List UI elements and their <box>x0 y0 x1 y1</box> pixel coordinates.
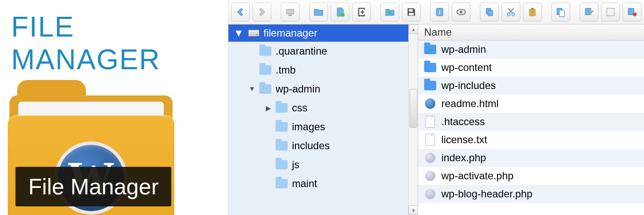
tree-node-label: .tmb <box>276 64 296 76</box>
file-name: wp-includes <box>441 80 496 92</box>
file-icon <box>424 134 436 146</box>
folder-icon <box>424 43 436 55</box>
svg-point-8 <box>460 11 463 14</box>
scroll-down-button[interactable]: ▼ <box>409 206 418 215</box>
tree-node-label: wp-admin <box>276 83 320 95</box>
paste-button[interactable] <box>523 3 542 22</box>
tree-node-label: css <box>292 102 307 114</box>
php-icon <box>424 170 436 182</box>
save-button[interactable] <box>402 3 421 22</box>
tree-node[interactable]: images <box>228 117 408 136</box>
tree-node[interactable]: includes <box>228 136 408 155</box>
svg-rect-13 <box>529 9 535 16</box>
file-row[interactable]: license.txt <box>418 131 644 149</box>
folder-icon <box>259 46 271 56</box>
tree-node-label: js <box>292 159 299 171</box>
trash-button[interactable] <box>623 3 641 22</box>
directory-tree: ▼ filemanager .quarantine.tmb▼wp-admin▶c… <box>228 25 409 215</box>
folder-icon <box>259 84 271 94</box>
scroll-up-button[interactable]: ▲ <box>409 25 418 34</box>
file-row[interactable]: readme.html <box>418 95 644 113</box>
svg-rect-0 <box>286 9 294 14</box>
svg-rect-10 <box>488 10 493 16</box>
upload-button[interactable] <box>352 3 371 22</box>
svg-rect-18 <box>607 8 614 15</box>
file-name: wp-content <box>441 61 492 74</box>
back-button[interactable] <box>231 3 250 22</box>
file-row[interactable]: wp-admin <box>418 40 644 58</box>
promo-banner: FILE MANAGER W File Manager <box>0 0 228 215</box>
folder-icon <box>259 65 271 75</box>
svg-text:i: i <box>439 9 440 15</box>
file-name: wp-admin <box>441 43 486 55</box>
tree-node-label: maint <box>292 178 317 190</box>
chevron-down-icon: ▼ <box>234 27 244 39</box>
toolbar: i <box>228 0 644 25</box>
tree-node-label: .quarantine <box>276 45 327 57</box>
cut-button[interactable] <box>501 3 520 22</box>
tree-node[interactable]: ▶css <box>228 98 408 117</box>
promo-headline: FILE MANAGER <box>0 0 228 76</box>
folder-icon <box>276 160 288 169</box>
svg-point-2 <box>341 13 345 17</box>
tree-node-label: images <box>292 121 325 133</box>
file-row[interactable]: wp-content <box>418 58 644 77</box>
file-row[interactable]: index.php <box>418 149 644 167</box>
select-all-button[interactable] <box>601 3 620 22</box>
file-name: .htaccess <box>441 116 485 128</box>
file-manager-app: i ▼ filemanager .quarantine.tmb▼wp-admin… <box>228 0 644 215</box>
download-button[interactable] <box>380 3 399 22</box>
svg-rect-3 <box>409 9 413 12</box>
folder-icon <box>276 179 288 188</box>
svg-point-20 <box>633 12 637 16</box>
folder-icon <box>424 80 436 92</box>
file-row[interactable]: wp-includes <box>418 77 644 95</box>
folder-icon <box>276 141 288 150</box>
folder-icon <box>276 122 288 132</box>
svg-rect-4 <box>409 13 414 15</box>
file-row[interactable]: .htaccess <box>418 113 644 131</box>
file-name: index.php <box>441 152 486 164</box>
tree-scrollbar[interactable]: ▲ ▼ <box>409 25 418 215</box>
tree-node-label: includes <box>292 140 330 152</box>
tree-node[interactable]: ▼wp-admin <box>228 80 408 98</box>
promo-overlay-title: File Manager <box>15 167 171 206</box>
rename-button[interactable] <box>580 3 598 22</box>
file-name: wp-blog-header.php <box>441 188 532 200</box>
svg-rect-1 <box>289 15 292 16</box>
file-icon <box>424 116 436 128</box>
php-icon <box>424 152 436 164</box>
tree-node[interactable]: .quarantine <box>228 42 408 61</box>
chevron-down-icon: ▼ <box>249 85 255 93</box>
copy-button[interactable] <box>480 3 499 22</box>
file-row[interactable]: wp-activate.php <box>418 167 644 185</box>
net-mount-button[interactable] <box>281 3 300 22</box>
duplicate-button[interactable] <box>551 3 570 22</box>
new-file-button[interactable] <box>331 3 349 22</box>
file-name: readme.html <box>441 98 498 110</box>
file-name: wp-activate.php <box>441 170 513 182</box>
tree-root-node[interactable]: ▼ filemanager <box>228 25 408 42</box>
tree-root-label: filemanager <box>264 27 317 39</box>
file-listing: Name wp-adminwp-contentwp-includesreadme… <box>418 25 644 215</box>
file-row[interactable]: wp-blog-header.php <box>418 185 644 203</box>
file-name: license.txt <box>441 134 487 146</box>
folder-icon <box>276 103 288 113</box>
php-icon <box>424 188 436 200</box>
globe-icon <box>424 98 436 110</box>
drive-icon <box>248 30 259 37</box>
tree-node[interactable]: maint <box>228 174 408 193</box>
scroll-thumb[interactable] <box>410 89 417 128</box>
svg-rect-14 <box>531 8 534 9</box>
chevron-right-icon: ▶ <box>265 104 271 112</box>
tree-node[interactable]: .tmb <box>228 61 408 80</box>
svg-rect-16 <box>559 10 565 17</box>
folder-icon <box>424 61 436 74</box>
preview-button[interactable] <box>452 3 471 22</box>
new-folder-button[interactable] <box>309 3 328 22</box>
column-header-name[interactable]: Name <box>418 25 644 40</box>
tree-node[interactable]: js <box>228 155 408 174</box>
info-button[interactable]: i <box>430 3 449 22</box>
forward-button[interactable] <box>252 3 271 22</box>
